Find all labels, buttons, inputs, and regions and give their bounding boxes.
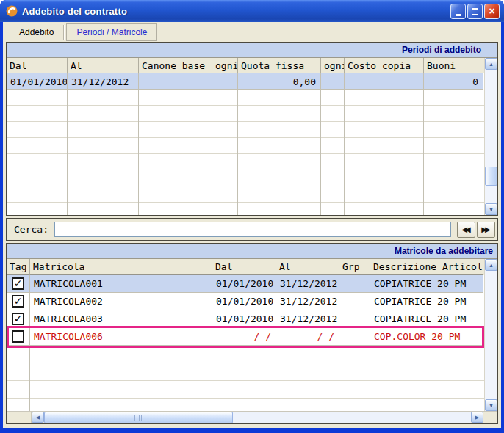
table-row[interactable]: ✓ MATRICOLA003 01/01/2010 31/12/2012 COP… (7, 310, 484, 328)
matricole-grid: Tag Matricola Dal Al Grp Descrizione Art… (7, 259, 497, 411)
close-button[interactable]: × (484, 4, 500, 19)
tag-checkbox[interactable]: ✓ (12, 313, 24, 325)
cell-grp (339, 310, 370, 328)
rewind-icon: ◀◀ (461, 225, 468, 233)
matricole-horizontal-scrollbar[interactable]: ◀ ▶ (7, 411, 497, 423)
search-next-button[interactable]: ▶▶ (477, 222, 495, 238)
cell-al: 31/12/2012 (276, 275, 339, 293)
cell-descrizione: COPIATRICE 20 PM (370, 293, 483, 310)
cell-dal: 01/01/2010 (7, 73, 68, 90)
hscroll-thumb[interactable] (44, 412, 233, 423)
tab-bar: Addebito Periodi / Matricole (3, 22, 157, 42)
table-row[interactable]: MATRICOLA006 / / / / COP.COLOR 20 PM (7, 328, 484, 346)
maximize-icon (472, 8, 478, 15)
cell-grp (339, 328, 370, 346)
col-header-ogni-1[interactable]: ogni (212, 58, 238, 73)
tab-addebito[interactable]: Addebito (12, 24, 61, 40)
tag-checkbox[interactable] (12, 330, 24, 343)
cell-dal: / / (212, 328, 276, 346)
check-icon: ✓ (14, 296, 23, 306)
matricole-empty-rows (7, 346, 484, 411)
scroll-down-button[interactable]: ▼ (485, 399, 497, 411)
cell-ogni-2 (321, 73, 345, 90)
check-icon: ✓ (14, 313, 23, 324)
scroll-up-icon: ▲ (489, 263, 494, 268)
scroll-down-icon: ▼ (489, 403, 494, 408)
matricole-header-row: Tag Matricola Dal Al Grp Descrizione Art… (7, 259, 484, 275)
periodi-grid-body: Dal Al Canone base ogni Quota fissa ogni… (7, 58, 484, 215)
scroll-up-button[interactable]: ▲ (485, 259, 497, 271)
periodi-grid: Dal Al Canone base ogni Quota fissa ogni… (7, 58, 497, 215)
col-header-canone-base[interactable]: Canone base (139, 58, 212, 73)
thumb-grip-icon (134, 415, 143, 421)
periodi-panel: Periodi di addebito Dal Al Canone base o… (6, 42, 498, 216)
col-header-tag[interactable]: Tag (7, 259, 30, 275)
app-icon (6, 5, 18, 17)
window-title: Addebito del contratto (22, 6, 450, 17)
col-header-quota-fissa[interactable]: Quota fissa (238, 58, 321, 73)
col-header-grp[interactable]: Grp (339, 259, 370, 275)
close-icon: × (489, 6, 494, 16)
table-row[interactable]: ✓ MATRICOLA001 01/01/2010 31/12/2012 COP… (7, 275, 484, 293)
periodi-group-header: Periodi di addebito (7, 43, 497, 58)
matricole-group-header: Matricole da addebitare (7, 244, 497, 259)
cell-matricola: MATRICOLA006 (30, 328, 212, 346)
scroll-up-icon: ▲ (489, 62, 494, 67)
scroll-right-button[interactable]: ▶ (471, 412, 483, 423)
cell-quota-fissa: 0,00 (238, 73, 321, 90)
minimize-icon (456, 14, 461, 16)
col-header-buoni[interactable]: Buoni (424, 58, 483, 73)
cell-descrizione: COPIATRICE 20 PM (370, 310, 483, 328)
scroll-up-button[interactable]: ▲ (485, 58, 497, 70)
cell-canone-base (139, 73, 212, 90)
minimize-button[interactable] (450, 4, 466, 19)
col-header-al[interactable]: Al (68, 58, 139, 73)
col-header-descrizione-articolo[interactable]: Descrizione Articolo (370, 259, 483, 275)
cell-descrizione: COP.COLOR 20 PM (370, 328, 483, 346)
cell-al: 31/12/2012 (68, 73, 139, 90)
matricole-grid-body: Tag Matricola Dal Al Grp Descrizione Art… (7, 259, 484, 411)
cell-buoni: 0 (424, 73, 483, 90)
cell-dal: 01/01/2010 (212, 293, 276, 310)
frozen-column-spacer (7, 412, 32, 423)
periodi-header-row: Dal Al Canone base ogni Quota fissa ogni… (7, 58, 484, 73)
scroll-down-icon: ▼ (489, 207, 494, 212)
matricole-vertical-scrollbar[interactable]: ▲ ▼ (484, 259, 497, 411)
search-prev-button[interactable]: ◀◀ (457, 222, 475, 238)
cell-descrizione: COPIATRICE 20 PM (370, 275, 483, 293)
search-input[interactable] (54, 222, 451, 237)
table-row[interactable]: ✓ MATRICOLA002 01/01/2010 31/12/2012 COP… (7, 293, 484, 310)
tab-periodi-matricole[interactable]: Periodi / Matricole (66, 23, 157, 41)
hscroll-track[interactable] (44, 412, 471, 423)
tag-checkbox[interactable]: ✓ (12, 295, 24, 308)
periodi-vertical-scrollbar[interactable]: ▲ ▼ (484, 58, 497, 215)
cell-grp (339, 275, 370, 293)
window-controls: × (450, 4, 500, 19)
col-header-costo-copia[interactable]: Costo copia (345, 58, 424, 73)
cell-ogni-1 (212, 73, 238, 90)
col-header-dal[interactable]: Dal (7, 58, 68, 73)
fast-forward-icon: ▶▶ (481, 225, 488, 233)
title-bar[interactable]: Addebito del contratto × (0, 0, 504, 22)
maximize-button[interactable] (467, 4, 483, 19)
col-header-matricola[interactable]: Matricola (30, 259, 212, 275)
cell-al: / / (276, 328, 339, 346)
scroll-down-button[interactable]: ▼ (485, 203, 497, 215)
scroll-right-icon: ▶ (475, 415, 479, 421)
scroll-left-button[interactable]: ◀ (32, 412, 44, 423)
cell-grp (339, 293, 370, 310)
cell-dal: 01/01/2010 (212, 310, 276, 328)
tag-checkbox[interactable]: ✓ (12, 277, 24, 290)
scroll-left-icon: ◀ (36, 415, 40, 421)
periodi-row[interactable]: 01/01/2010 31/12/2012 0,00 0 (7, 73, 484, 90)
cell-costo-copia (345, 73, 424, 90)
cell-al: 31/12/2012 (276, 310, 339, 328)
search-label: Cerca: (14, 224, 48, 235)
cell-dal: 01/01/2010 (212, 275, 276, 293)
col-header-dal[interactable]: Dal (212, 259, 276, 275)
scrollbar-thumb[interactable] (485, 167, 497, 186)
tab-separator (63, 25, 64, 40)
cell-matricola: MATRICOLA001 (30, 275, 212, 293)
col-header-al[interactable]: Al (276, 259, 339, 275)
col-header-ogni-2[interactable]: ogni (321, 58, 345, 73)
